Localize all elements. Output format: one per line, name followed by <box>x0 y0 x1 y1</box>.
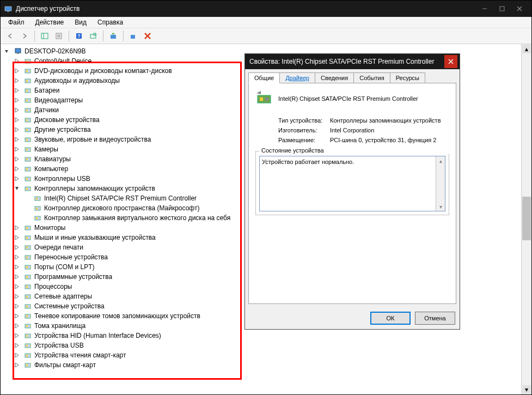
show-hide-tree-button[interactable] <box>38 29 51 42</box>
titlebar[interactable]: Диспетчер устройств <box>1 1 531 17</box>
toolbar-separator <box>34 31 35 41</box>
tab-details[interactable]: Сведения <box>315 72 354 83</box>
device-category-icon <box>33 214 42 222</box>
expand-arrow-icon[interactable] <box>13 275 21 279</box>
expand-arrow-icon[interactable] <box>13 69 21 73</box>
expand-arrow-icon[interactable] <box>13 284 21 289</box>
uninstall-device-button[interactable] <box>127 29 140 42</box>
expand-arrow-icon[interactable] <box>3 49 11 53</box>
expand-arrow-icon[interactable] <box>13 304 21 308</box>
properties-button[interactable] <box>52 29 65 42</box>
nav-forward-button[interactable] <box>18 29 31 42</box>
expand-arrow-icon[interactable] <box>13 137 21 142</box>
scroll-up-icon[interactable]: ▴ <box>436 156 445 165</box>
svg-rect-85 <box>26 364 28 366</box>
menu-file[interactable]: Файл <box>4 17 29 27</box>
expand-arrow-icon[interactable] <box>13 118 21 122</box>
tree-item-label: DVD-дисководы и дисководы компакт-дисков <box>34 67 172 75</box>
tree-item-label: Процессоры <box>34 283 72 290</box>
status-scrollbar[interactable]: ▴ ▾ <box>436 156 445 211</box>
expand-arrow-icon[interactable] <box>13 265 21 269</box>
svg-rect-25 <box>26 70 28 72</box>
device-category-icon <box>23 165 32 173</box>
tree-item-label: Компьютер <box>34 165 68 173</box>
expand-arrow-icon[interactable] <box>13 333 21 338</box>
expand-arrow-icon[interactable] <box>13 88 21 93</box>
device-status-textbox[interactable]: Устройство работает нормально. ▴ ▾ <box>259 156 445 211</box>
svg-rect-43 <box>26 159 28 160</box>
tab-resources[interactable]: Ресурсы <box>390 72 425 83</box>
expand-arrow-icon[interactable] <box>13 255 21 259</box>
expand-arrow-icon[interactable] <box>13 78 21 83</box>
tree-item-label: Датчики <box>34 106 59 114</box>
device-category-icon <box>23 145 32 154</box>
device-category-icon <box>23 57 32 65</box>
update-driver-button[interactable] <box>107 29 120 42</box>
expand-arrow-icon[interactable] <box>13 157 21 161</box>
scroll-thumb[interactable] <box>522 197 531 240</box>
svg-rect-16 <box>111 35 116 39</box>
svg-rect-49 <box>26 188 28 190</box>
disable-device-button[interactable] <box>141 29 154 42</box>
expand-arrow-icon[interactable] <box>13 186 21 191</box>
tree-category[interactable]: Устройства чтения смарт-карт <box>1 350 521 360</box>
expand-arrow-icon[interactable] <box>13 177 21 181</box>
tab-general[interactable]: Общие <box>248 72 280 83</box>
tree-category[interactable]: Устройства USB <box>1 341 521 350</box>
scroll-up-icon[interactable]: ▴ <box>522 45 531 53</box>
expand-arrow-icon[interactable] <box>13 314 21 318</box>
tree-item-label: Звуковые, игровые и видеоустройства <box>34 136 151 143</box>
expand-arrow-icon[interactable] <box>13 363 21 367</box>
svg-rect-20 <box>15 48 21 53</box>
expand-arrow-icon[interactable] <box>13 324 21 328</box>
help-button[interactable]: ? <box>72 29 85 42</box>
minimize-button[interactable] <box>476 1 493 16</box>
device-category-icon <box>23 282 32 291</box>
properties-dialog: Свойства: Intel(R) Chipset SATA/PCIe RST… <box>244 53 460 330</box>
device-category-icon <box>33 204 42 212</box>
nav-back-button[interactable] <box>4 29 17 42</box>
expand-arrow-icon[interactable] <box>13 147 21 151</box>
tree-item-label: Батареи <box>34 87 59 94</box>
svg-rect-23 <box>26 60 28 62</box>
scroll-down-icon[interactable]: ▾ <box>522 385 531 394</box>
maximize-button[interactable] <box>493 1 511 16</box>
tree-item-label: DESKTOP-02K6N9B <box>25 47 86 55</box>
ok-button[interactable]: ОК <box>370 312 411 325</box>
svg-rect-73 <box>26 306 28 307</box>
device-category-icon <box>23 86 32 95</box>
expand-arrow-icon[interactable] <box>13 127 21 132</box>
device-category-icon <box>23 351 32 360</box>
menu-action[interactable]: Действие <box>31 17 69 27</box>
expand-arrow-icon[interactable] <box>13 235 21 240</box>
expand-arrow-icon[interactable] <box>13 245 21 250</box>
tree-category[interactable]: Фильтры смарт-карт <box>1 360 521 370</box>
expand-arrow-icon[interactable] <box>13 167 21 171</box>
expand-arrow-icon[interactable] <box>13 353 21 357</box>
menu-view[interactable]: Вид <box>70 17 91 27</box>
tree-category[interactable]: Устройства HID (Human Interface Devices) <box>1 331 521 341</box>
vertical-scrollbar[interactable]: ▴ ▾ <box>521 44 531 394</box>
menu-help[interactable]: Справка <box>93 17 127 27</box>
expand-arrow-icon[interactable] <box>13 226 21 230</box>
close-button[interactable] <box>511 1 528 16</box>
scan-hardware-button[interactable] <box>87 29 100 42</box>
expand-arrow-icon[interactable] <box>13 59 21 63</box>
device-category-icon <box>33 194 42 203</box>
device-category-icon <box>23 66 32 75</box>
expand-arrow-icon[interactable] <box>13 343 21 348</box>
expand-arrow-icon[interactable] <box>13 108 21 112</box>
tab-driver[interactable]: Драйвер <box>279 72 315 83</box>
tab-events[interactable]: События <box>353 72 390 83</box>
svg-text:?: ? <box>77 33 81 39</box>
expand-arrow-icon[interactable] <box>13 98 21 102</box>
expand-arrow-icon[interactable] <box>13 294 21 299</box>
dialog-close-button[interactable] <box>444 55 457 68</box>
device-category-icon <box>23 184 32 193</box>
scroll-down-icon[interactable]: ▾ <box>436 202 445 211</box>
svg-rect-21 <box>17 53 19 54</box>
dialog-titlebar[interactable]: Свойства: Intel(R) Chipset SATA/PCIe RST… <box>245 54 460 69</box>
svg-rect-57 <box>26 227 28 229</box>
cancel-button[interactable]: Отмена <box>415 312 455 325</box>
svg-rect-0 <box>5 7 11 11</box>
